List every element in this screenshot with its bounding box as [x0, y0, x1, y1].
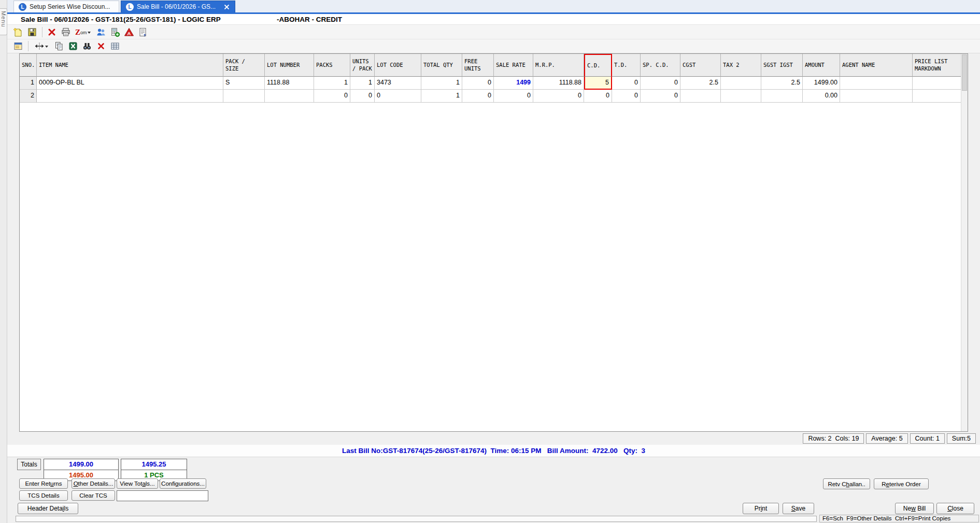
grid-cell[interactable]: 0: [612, 77, 641, 90]
grid-cell[interactable]: 1118.88: [533, 77, 584, 90]
grid-cell[interactable]: 1: [350, 77, 375, 90]
grid-cell[interactable]: [223, 90, 265, 103]
column-header[interactable]: PACK / SIZE: [223, 54, 265, 77]
other-details-button[interactable]: Other Details...: [72, 478, 115, 489]
grid-cell[interactable]: [913, 77, 961, 90]
configurations-button[interactable]: Configurations...: [160, 478, 206, 489]
grid-cell[interactable]: [721, 77, 761, 90]
column-header[interactable]: AMOUNT: [803, 54, 840, 77]
grid-cell[interactable]: 0: [584, 90, 612, 103]
tcs-value-input[interactable]: [117, 490, 208, 501]
form-view-button[interactable]: [11, 40, 25, 52]
retv-challan-button[interactable]: Retv Challan..: [823, 478, 870, 489]
column-header[interactable]: T.D.: [612, 54, 641, 77]
bill-details-button[interactable]: [136, 26, 150, 38]
column-header[interactable]: LOT NUMBER: [265, 54, 314, 77]
header-details-button[interactable]: Header Details: [18, 503, 78, 514]
column-width-button[interactable]: [31, 40, 52, 52]
grid-cell[interactable]: 1: [421, 77, 462, 90]
grid-cell[interactable]: [265, 90, 314, 103]
column-header[interactable]: FREE UNITS: [462, 54, 494, 77]
column-header[interactable]: PRICE LIST MARKDOWN: [913, 54, 961, 77]
column-header[interactable]: TAX 2: [721, 54, 761, 77]
grid-cell[interactable]: 2.5: [680, 77, 721, 90]
grid-cell[interactable]: 1: [421, 90, 462, 103]
grid-cell[interactable]: [913, 90, 961, 103]
clear-tcs-button[interactable]: Clear TCS: [72, 490, 115, 501]
menu-flyout-tab[interactable]: Menu: [0, 8, 7, 35]
zoom-button[interactable]: Zom: [73, 26, 94, 38]
grid-cell[interactable]: 1118.88: [265, 77, 314, 90]
copy-button[interactable]: [52, 40, 66, 52]
grid-cell[interactable]: [761, 90, 803, 103]
column-header[interactable]: C.D.: [584, 54, 612, 77]
find-button[interactable]: [80, 40, 94, 52]
new-bill-button[interactable]: New Bill: [895, 503, 934, 514]
alert-button[interactable]: A: [122, 26, 136, 38]
grid-cell[interactable]: 0: [375, 90, 421, 103]
grid-cell[interactable]: 0: [494, 90, 533, 103]
grid-cell[interactable]: 1: [20, 77, 37, 90]
grid-cell[interactable]: 0.00: [803, 90, 840, 103]
column-header[interactable]: SNO.: [20, 54, 37, 77]
grid-cell[interactable]: [721, 90, 761, 103]
column-header[interactable]: SP. C.D.: [641, 54, 680, 77]
enter-returns-button[interactable]: Enter Returns: [19, 478, 68, 489]
column-header[interactable]: PACKS: [314, 54, 350, 77]
column-header[interactable]: AGENT NAME: [840, 54, 913, 77]
column-header[interactable]: LOT CODE: [375, 54, 421, 77]
column-header[interactable]: SALE RATE: [494, 54, 533, 77]
grid-cell[interactable]: S: [223, 77, 265, 90]
grid-cell[interactable]: [37, 90, 223, 103]
clear-button[interactable]: [94, 40, 108, 52]
grid-cell[interactable]: 1499.00: [803, 77, 840, 90]
tab-close-icon[interactable]: [223, 3, 230, 10]
reterive-order-button[interactable]: Reterive Order: [874, 478, 929, 489]
grid-cell[interactable]: [840, 77, 913, 90]
column-header[interactable]: ITEM NAME: [37, 54, 223, 77]
grid-cell[interactable]: 0: [314, 90, 350, 103]
grid-cell[interactable]: 0: [462, 77, 494, 90]
grid-cell[interactable]: 0: [641, 77, 680, 90]
save-button[interactable]: Save: [783, 503, 814, 514]
clear-icon: [96, 41, 106, 51]
grid-cell[interactable]: 0: [612, 90, 641, 103]
grid-cell[interactable]: [840, 90, 913, 103]
grid-cell[interactable]: 0: [641, 90, 680, 103]
grid-cell[interactable]: 0: [350, 90, 375, 103]
tcs-details-button[interactable]: TCS Details: [19, 490, 68, 501]
new-bill-button[interactable]: [11, 26, 25, 38]
grid-cell[interactable]: 1499: [494, 77, 533, 90]
grid-cell[interactable]: 5: [584, 77, 612, 90]
tab-sale-bill[interactable]: L Sale Bill - 06/01/2026 - GS...: [121, 1, 235, 12]
grid-cell[interactable]: 1: [314, 77, 350, 90]
grid-cell[interactable]: 3473: [375, 77, 421, 90]
column-header[interactable]: UNITS / PACK: [350, 54, 375, 77]
view-totals-button[interactable]: View Totals...: [117, 478, 158, 489]
grid-lines-button[interactable]: [108, 40, 122, 52]
close-button[interactable]: Close: [936, 503, 974, 514]
column-header[interactable]: M.R.P.: [533, 54, 584, 77]
grid-cell[interactable]: 0: [533, 90, 584, 103]
column-header[interactable]: CGST: [680, 54, 721, 77]
print-icon: [61, 27, 71, 37]
save-button[interactable]: [25, 26, 39, 38]
excel-export-button[interactable]: [66, 40, 80, 52]
grid-cell[interactable]: 0009-OP-BL BL: [37, 77, 223, 90]
grid-cell[interactable]: 2.5: [761, 77, 803, 90]
vertical-scrollbar[interactable]: [961, 54, 968, 431]
grid-cell[interactable]: 2: [20, 90, 37, 103]
party-button[interactable]: [94, 26, 108, 38]
column-header[interactable]: TOTAL QTY: [421, 54, 462, 77]
print-button[interactable]: Print: [743, 503, 779, 514]
delete-button[interactable]: [45, 26, 59, 38]
column-header[interactable]: SGST IGST: [761, 54, 803, 77]
scrollbar-thumb[interactable]: [962, 54, 967, 91]
print-button[interactable]: [59, 26, 73, 38]
tab-setup-series-wise-discount[interactable]: L Setup Series Wise Discoun...: [13, 1, 119, 12]
grid-toolbar: [7, 39, 980, 53]
excel-export-icon: [68, 41, 78, 51]
grid-cell[interactable]: 0: [462, 90, 494, 103]
grid-cell[interactable]: [680, 90, 721, 103]
calculator-add-button[interactable]: [108, 26, 122, 38]
